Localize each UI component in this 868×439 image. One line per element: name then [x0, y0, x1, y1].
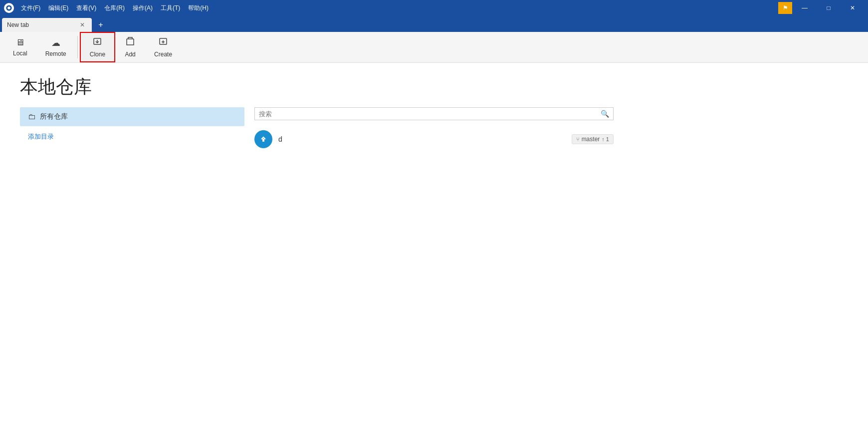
menu-view[interactable]: 查看(V): [73, 3, 99, 13]
menu-action[interactable]: 操作(A): [130, 3, 156, 13]
sidebar: 🗀 所有仓库 添加目录: [20, 107, 244, 439]
branch-icon: ⑂: [576, 136, 580, 142]
menu-repo[interactable]: 仓库(R): [101, 3, 128, 13]
remote-icon: ☁: [51, 37, 60, 48]
toolbar-separator: [77, 36, 78, 58]
repo-item[interactable]: d ⑂ master ↑ 1: [254, 126, 614, 152]
menu-file[interactable]: 文件(F): [18, 3, 43, 13]
menu-bar: 文件(F) 编辑(E) 查看(V) 仓库(R) 操作(A) 工具(T) 帮助(H…: [18, 3, 212, 13]
folder-icon: 🗀: [28, 112, 36, 121]
window-controls: ⚑ — □ ✕: [778, 0, 864, 16]
minimize-button[interactable]: —: [793, 0, 816, 16]
repo-branch: ⑂ master ↑ 1: [572, 134, 614, 144]
page-title: 本地仓库: [0, 63, 868, 107]
maximize-button[interactable]: □: [817, 0, 840, 16]
toolbar-group-main: 🖥 Local ☁ Remote Clone: [4, 32, 181, 62]
toolbar-remote-label: Remote: [45, 50, 66, 57]
sidebar-add-dir[interactable]: 添加目录: [20, 126, 244, 147]
menu-edit[interactable]: 编辑(E): [45, 3, 71, 13]
search-input[interactable]: [259, 110, 601, 118]
repo-area: 🔍 d ⑂ master ↑ 1: [254, 107, 848, 439]
titlebar: 文件(F) 编辑(E) 查看(V) 仓库(R) 操作(A) 工具(T) 帮助(H…: [0, 0, 868, 16]
svg-rect-8: [262, 139, 264, 142]
ahead-count: ↑ 1: [602, 136, 609, 142]
flag-button[interactable]: ⚑: [778, 2, 792, 14]
toolbar-local[interactable]: 🖥 Local: [4, 32, 36, 62]
local-icon: 🖥: [15, 37, 24, 48]
search-icon: 🔍: [601, 110, 609, 118]
toolbar: 🖥 Local ☁ Remote Clone: [0, 32, 868, 63]
sidebar-all-repos-label: 所有仓库: [40, 112, 68, 121]
toolbar-create-label: Create: [154, 51, 172, 58]
sidebar-all-repos[interactable]: 🗀 所有仓库: [20, 107, 244, 126]
clone-icon: [92, 36, 102, 49]
app-logo: [4, 3, 14, 13]
close-button[interactable]: ✕: [841, 0, 864, 16]
repo-avatar: [254, 130, 272, 148]
tab-label: New tab: [7, 21, 29, 28]
main-content: 本地仓库 🗀 所有仓库 添加目录 🔍: [0, 63, 868, 439]
tab-add-button[interactable]: +: [94, 18, 108, 32]
toolbar-clone[interactable]: Clone: [80, 32, 115, 62]
tab-close-button[interactable]: ✕: [78, 20, 87, 29]
repo-name: d: [278, 135, 566, 143]
toolbar-add-label: Add: [125, 51, 135, 58]
tabbar: New tab ✕ +: [0, 16, 868, 32]
branch-name: master: [582, 136, 600, 143]
content-area: 🗀 所有仓库 添加目录 🔍 d: [0, 107, 868, 439]
create-icon: [158, 36, 168, 49]
toolbar-clone-label: Clone: [90, 51, 105, 58]
toolbar-local-label: Local: [13, 50, 27, 57]
toolbar-create[interactable]: Create: [145, 32, 181, 62]
search-box: 🔍: [254, 107, 614, 120]
add-icon: [125, 36, 135, 49]
svg-point-1: [7, 6, 10, 9]
toolbar-remote[interactable]: ☁ Remote: [36, 32, 75, 62]
tab-new[interactable]: New tab ✕: [2, 18, 92, 32]
menu-tools[interactable]: 工具(T): [158, 3, 183, 13]
toolbar-add[interactable]: Add: [115, 32, 145, 62]
menu-help[interactable]: 帮助(H): [185, 3, 212, 13]
